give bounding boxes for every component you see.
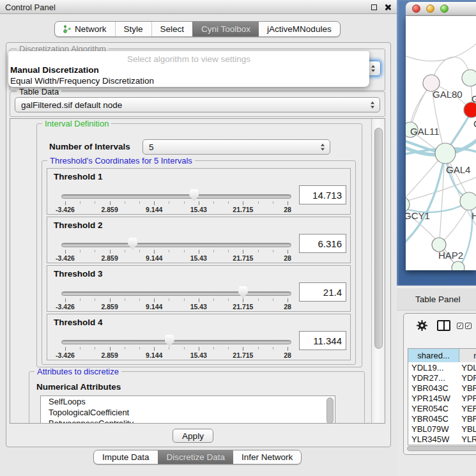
split-view-icon[interactable] — [437, 320, 450, 331]
network-node[interactable] — [460, 192, 476, 210]
tick-label: 2.859 — [101, 206, 118, 213]
tab-style[interactable]: Style — [115, 22, 151, 36]
tick — [258, 250, 259, 252]
tick — [80, 298, 81, 301]
number-of-intervals-combobox[interactable]: 5 — [142, 139, 330, 155]
table-row[interactable]: YER054CYER0 — [408, 403, 476, 413]
tab-cyni-toolbox[interactable]: Cyni Toolbox — [192, 22, 259, 36]
tab-discretize-data[interactable]: Discretize Data — [158, 450, 234, 464]
popup-option-equal-width-frequency-discretization[interactable]: Equal Width/Frequency Discretization — [10, 76, 154, 86]
tick — [288, 250, 288, 254]
tick-label: 9.144 — [146, 303, 162, 311]
tick — [273, 250, 273, 252]
tab-jactivemnodules[interactable]: jActiveMNodules — [259, 22, 340, 36]
column-header-na[interactable]: na — [459, 349, 476, 362]
table-row[interactable]: YDR27...YDR2 — [408, 372, 476, 383]
slider-thumb[interactable] — [165, 335, 174, 347]
table-row[interactable]: YIL052CYIL0 — [408, 444, 476, 445]
table-data-combobox[interactable]: galFiltered.sif default node — [15, 97, 380, 112]
table-cell: YLR345W — [408, 434, 459, 444]
threshold-value-input[interactable]: 21.4 — [299, 282, 346, 302]
tick — [65, 250, 66, 254]
tick — [184, 250, 185, 252]
settings-gear-icon[interactable] — [417, 320, 427, 331]
node-table[interactable]: shared...na YDL19...YDL1YDR27...YDR2YBR0… — [408, 348, 476, 445]
table-cell: YDL19... — [408, 363, 459, 372]
network-canvas[interactable]: GAL80GAGAL11CGAL4GCY1HHAP2 — [406, 16, 476, 270]
network-node[interactable] — [462, 70, 476, 86]
close-icon[interactable] — [384, 4, 391, 11]
tick-label: -3.426 — [56, 254, 75, 262]
tick — [273, 201, 273, 204]
table-row[interactable]: YDL19...YDL1 — [408, 362, 476, 372]
table-row[interactable]: YBR043CYBR0 — [408, 383, 476, 393]
tick-labels: -3.4262.8599.14415.4321.71528 — [65, 254, 288, 262]
slider-thumb[interactable] — [189, 189, 199, 201]
tick — [110, 250, 111, 254]
table-row[interactable]: YLR345WYLR3 — [408, 434, 476, 444]
slider-track[interactable] — [61, 194, 291, 199]
settings-scrollpane: Interval Definition Number of Intervals … — [10, 118, 385, 424]
slider-thumb[interactable] — [238, 286, 248, 298]
threshold-label: Threshold 3 — [54, 269, 103, 279]
scrollbar-thumb[interactable] — [374, 128, 383, 349]
column-header-shared[interactable]: shared... — [408, 349, 459, 362]
checkbox-icon[interactable]: ✓ — [457, 323, 463, 329]
slider-thumb[interactable] — [128, 238, 137, 250]
table-panel-header: Table Panel — [397, 288, 476, 311]
checkbox-icon[interactable]: ✓ — [465, 323, 472, 329]
table-row[interactable]: YPR145WYPR1 — [408, 393, 476, 403]
tick-label: -3.426 — [56, 303, 75, 311]
traffic-light-close-icon[interactable] — [412, 4, 420, 13]
tick — [213, 250, 214, 252]
node-label: GA — [472, 93, 476, 104]
tick — [154, 298, 155, 302]
table-cell: YBR0 — [459, 414, 476, 424]
tick — [213, 347, 214, 349]
network-edge[interactable] — [449, 114, 470, 147]
tick — [139, 250, 140, 252]
attributes-list[interactable]: SelfLoopsTopologicalCoefficientBetweenne… — [40, 395, 335, 424]
slider-track[interactable] — [61, 340, 291, 344]
threshold-panel-4: Threshold 4-3.4262.8599.14415.4321.71528… — [47, 314, 351, 360]
vertical-scrollbar[interactable] — [371, 119, 385, 424]
tick-labels: -3.4262.8599.14415.4321.71528 — [65, 351, 288, 359]
node-label: GAL11 — [410, 126, 440, 137]
threshold-value-input[interactable]: 14.713 — [299, 185, 346, 204]
list-scrollbar[interactable] — [326, 397, 334, 424]
tab-select[interactable]: Select — [151, 22, 193, 36]
tick — [110, 298, 111, 302]
tick-label: 9.144 — [146, 206, 162, 213]
network-edge[interactable] — [443, 208, 468, 241]
traffic-light-minimize-icon[interactable] — [426, 4, 434, 13]
group-title: Interval Definition — [42, 119, 111, 128]
network-node[interactable] — [435, 143, 456, 164]
list-item-selfloops[interactable]: SelfLoops — [41, 396, 335, 407]
tick-label: 2.859 — [101, 351, 118, 359]
tab-infer-network[interactable]: Infer Network — [233, 450, 301, 464]
network-edge[interactable] — [406, 43, 476, 61]
float-window-icon[interactable] — [371, 4, 377, 10]
threshold-value-input[interactable]: 6.316 — [299, 234, 346, 253]
table-row[interactable]: YBR045CYBR0 — [408, 413, 476, 424]
tick-label: 28 — [284, 303, 291, 311]
network-node[interactable] — [452, 261, 464, 270]
mac-titlebar[interactable] — [406, 2, 476, 16]
traffic-light-zoom-icon[interactable] — [440, 4, 449, 13]
slider-track[interactable] — [61, 243, 291, 247]
numerical-attributes-label: Numerical Attributes — [36, 382, 121, 392]
tick — [228, 201, 229, 204]
tab-impute-data[interactable]: Impute Data — [94, 450, 158, 464]
table-row[interactable]: YBL079WYBL0 — [408, 424, 476, 434]
slider-track[interactable] — [61, 291, 291, 296]
network-node[interactable] — [464, 102, 476, 118]
list-item-betweennesscentrality[interactable]: BetweennessCentrality — [41, 418, 335, 424]
list-item-topologicalcoefficient[interactable]: TopologicalCoefficient — [41, 407, 335, 418]
horizontal-scrollbar[interactable] — [407, 446, 476, 451]
popup-option-manual-discretization[interactable]: Manual Discretization — [10, 65, 99, 75]
tab-label: Discretize Data — [167, 452, 226, 462]
threshold-value-input[interactable]: 11.344 — [299, 331, 346, 350]
tick-label: 9.144 — [146, 254, 162, 262]
tab-network[interactable]: Network — [55, 22, 115, 36]
apply-button[interactable]: Apply — [173, 429, 213, 443]
